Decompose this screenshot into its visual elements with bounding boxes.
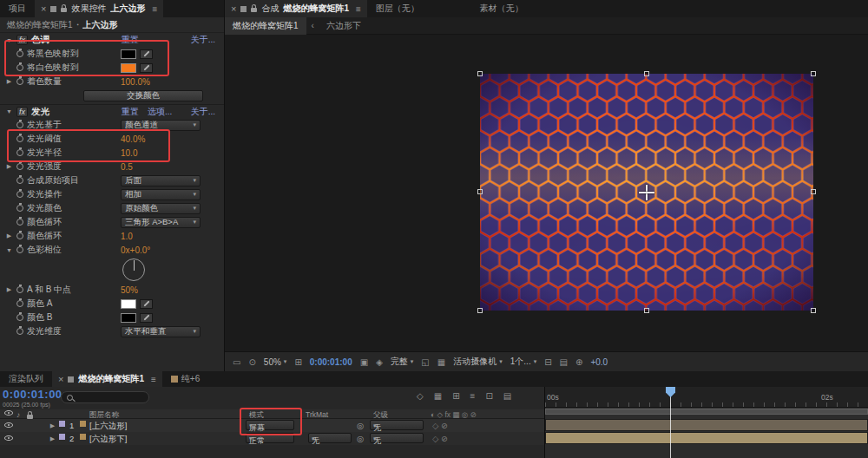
tab-footage[interactable]: 素材（无）: [471, 0, 532, 17]
column-trkmat[interactable]: TrkMat: [306, 410, 328, 419]
search-input[interactable]: [61, 391, 149, 403]
stopwatch-icon[interactable]: [16, 286, 23, 293]
selection-handle[interactable]: [644, 308, 649, 313]
glow-intensity-value[interactable]: 0.5: [121, 162, 133, 172]
composition-canvas[interactable]: [480, 74, 813, 311]
viewer-tab-active[interactable]: 燃烧的蜂窝矩阵1: [225, 17, 306, 35]
timeline-button-icon[interactable]: ⊕: [575, 357, 582, 367]
motion-blur-icon[interactable]: ⊡: [485, 391, 492, 401]
layer-duration-bar-1[interactable]: [545, 419, 868, 431]
layer-name[interactable]: [六边形下]: [89, 434, 127, 445]
panel-menu-icon[interactable]: ≡: [152, 4, 157, 14]
twirl-right-icon[interactable]: ▶: [49, 422, 56, 429]
fast-previews-icon[interactable]: ▤: [560, 357, 568, 367]
glow-reset-link[interactable]: 重置: [122, 106, 139, 118]
stopwatch-icon[interactable]: [16, 314, 23, 321]
parent-dropdown-row1[interactable]: 无▾: [370, 420, 424, 430]
twirl-down-icon[interactable]: ▼: [5, 37, 13, 43]
swap-colors-button[interactable]: 交换颜色: [83, 90, 203, 101]
graph-editor-icon[interactable]: ▤: [503, 391, 511, 401]
eye-icon[interactable]: [4, 435, 13, 441]
tab-project[interactable]: 项目: [0, 0, 35, 17]
tint-amount-value[interactable]: 100.0%: [121, 77, 150, 87]
selection-handle[interactable]: [477, 308, 483, 313]
ab-midpoint-value[interactable]: 50%: [121, 285, 138, 295]
twirl-right-icon[interactable]: ▶: [5, 163, 13, 170]
glow-radius-value[interactable]: 10.0: [121, 148, 137, 158]
stopwatch-icon[interactable]: [16, 64, 23, 71]
glow-composite-dropdown[interactable]: 后面▾: [121, 175, 201, 186]
always-preview-icon[interactable]: ▭: [233, 357, 240, 367]
parent-pickwhip-icon[interactable]: ◎: [357, 434, 364, 443]
glow-based-dropdown[interactable]: 颜色通道▾: [121, 120, 201, 131]
close-icon[interactable]: ×: [58, 374, 63, 384]
tab-timeline-comp[interactable]: × 燃烧的蜂窝矩阵1 ≡: [52, 371, 162, 387]
layer-label-chip[interactable]: [59, 421, 65, 427]
layer-label-chip[interactable]: [59, 434, 65, 440]
stopwatch-icon[interactable]: [16, 135, 23, 142]
stopwatch-icon[interactable]: [16, 232, 23, 239]
close-icon[interactable]: ×: [231, 3, 236, 14]
layer-name[interactable]: [上六边形]: [89, 421, 127, 432]
twirl-right-icon[interactable]: ▶: [5, 232, 13, 239]
timeline-track-area[interactable]: 00s 02s: [545, 387, 868, 458]
lock-icon[interactable]: [61, 8, 67, 12]
glow-about-link[interactable]: 关于...: [191, 106, 215, 118]
stopwatch-icon[interactable]: [16, 219, 23, 226]
twirl-down-icon[interactable]: ▼: [5, 108, 13, 114]
grid-guides-icon[interactable]: ⊞: [294, 357, 301, 367]
color-b-swatch[interactable]: [121, 313, 136, 323]
selection-handle[interactable]: [811, 71, 816, 76]
stopwatch-icon[interactable]: [16, 121, 23, 128]
twirl-down-icon[interactable]: ▼: [5, 247, 13, 253]
twirl-right-icon[interactable]: ▶: [49, 435, 56, 442]
tab-render-queue[interactable]: 渲染队列: [0, 370, 52, 388]
selection-handle[interactable]: [477, 71, 483, 76]
tab-composition[interactable]: × 合成 燃烧的蜂窝矩阵1 ≡: [225, 0, 367, 17]
selection-handle[interactable]: [644, 71, 649, 76]
layer-duration-bar-2[interactable]: [545, 432, 868, 444]
glow-options-link[interactable]: 选项...: [148, 106, 172, 118]
parent-pickwhip-icon[interactable]: ◎: [357, 421, 364, 430]
stopwatch-icon[interactable]: [16, 300, 23, 307]
panel-menu-icon[interactable]: ≡: [151, 375, 156, 384]
map-white-swatch[interactable]: [121, 63, 136, 73]
selection-handle[interactable]: [811, 189, 816, 194]
show-snapshot-icon[interactable]: ◈: [376, 357, 383, 367]
playhead-line[interactable]: [670, 387, 671, 458]
glow-colors-dropdown[interactable]: 原始颜色▾: [121, 203, 201, 214]
eyedropper-icon[interactable]: [140, 313, 153, 323]
tint-about-link[interactable]: 关于...: [191, 34, 215, 46]
color-loops-value[interactable]: 1.0: [121, 232, 133, 241]
snapshot-camera-icon[interactable]: ▣: [360, 357, 368, 367]
resolution-dropdown[interactable]: 完整▾: [391, 356, 414, 368]
stopwatch-icon[interactable]: [16, 205, 23, 212]
stopwatch-icon[interactable]: [16, 246, 23, 253]
layer-row-1[interactable]: ▶ 1 [上六边形] 屏幕▾ ◎ 无▾ ◇ ⊘: [0, 419, 544, 432]
mode-dropdown-row1[interactable]: 屏幕▾: [246, 420, 294, 430]
stopwatch-icon[interactable]: [16, 328, 23, 335]
twirl-right-icon[interactable]: ▶: [5, 78, 13, 85]
active-camera-dropdown[interactable]: 活动摄像机▾: [453, 356, 503, 368]
stopwatch-icon[interactable]: [16, 50, 23, 57]
stopwatch-icon[interactable]: [16, 163, 23, 170]
glow-threshold-value[interactable]: 40.0%: [121, 134, 145, 144]
eye-icon[interactable]: [4, 422, 13, 428]
comp-viewport[interactable]: [225, 35, 868, 351]
fx-enable-badge[interactable]: fx: [16, 35, 28, 45]
view-layout-dropdown[interactable]: 1个...▾: [510, 356, 536, 368]
stopwatch-icon[interactable]: [16, 191, 23, 198]
eyedropper-icon[interactable]: [140, 49, 153, 59]
map-black-swatch[interactable]: [121, 49, 136, 59]
color-phase-value[interactable]: 0x+0.0°: [121, 245, 150, 255]
tab-effect-controls[interactable]: × 效果控件 上六边形 ≡: [35, 0, 163, 17]
mode-dropdown-row2[interactable]: 正常▾: [246, 433, 294, 443]
layer-switches[interactable]: ◇ ⊘: [432, 434, 448, 443]
chevron-left-icon[interactable]: ‹: [312, 21, 314, 30]
color-a-swatch[interactable]: [121, 299, 136, 309]
transparency-grid-icon[interactable]: ▦: [437, 357, 445, 367]
layer-row-2[interactable]: ▶ 2 [六边形下] 正常▾ 无▾ ◎ 无▾ ◇ ⊘: [0, 432, 544, 445]
draft-3d-icon[interactable]: ▦: [434, 391, 442, 401]
hide-shy-layers-icon[interactable]: ⊞: [452, 391, 459, 401]
viewer-tab-other[interactable]: 六边形下: [319, 20, 368, 32]
